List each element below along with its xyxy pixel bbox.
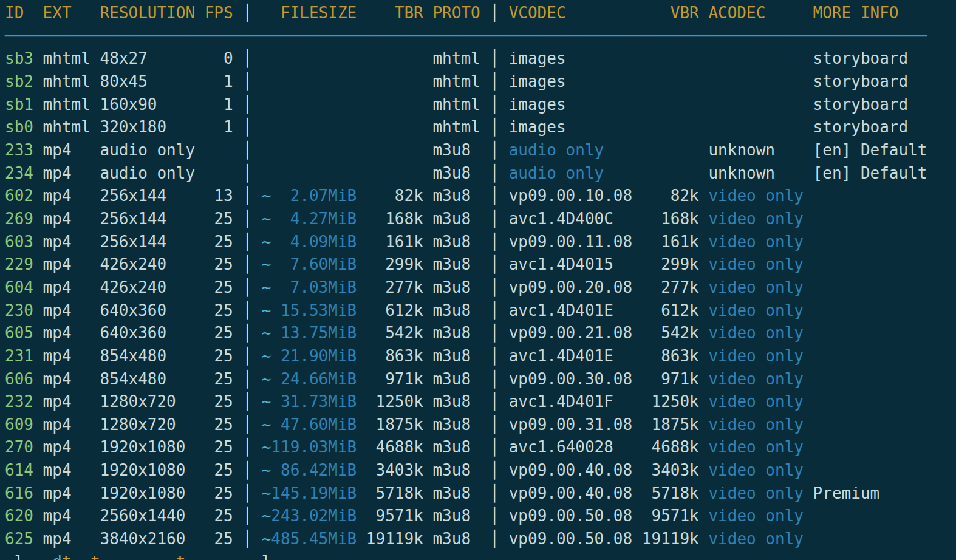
cell-more-info	[804, 415, 813, 434]
column-separator: │	[233, 507, 262, 525]
cell-filesize: 15.53MiB	[271, 301, 357, 319]
approx-tilde: ~	[262, 415, 271, 434]
column-separator: │	[480, 95, 509, 114]
approx-tilde: ~	[262, 186, 271, 205]
cell-acodec: video only	[708, 324, 804, 342]
cell-filesize: 243.02MiB	[271, 507, 357, 525]
column-separator: │	[233, 392, 262, 411]
cell-acodec: video only	[708, 392, 804, 411]
table-row: 232 mp4 1280x720 25 │ ~ 31.73MiB 1250k m…	[5, 391, 956, 414]
table-row: 269 mp4 256x144 25 │ ~ 4.27MiB 168k m3u8…	[5, 208, 956, 231]
approx-tilde: ~	[262, 324, 271, 342]
separator-rule: ────────────────────────────────────────…	[5, 27, 927, 45]
cell-filesize-empty	[262, 118, 357, 136]
clipped-glyphs: l	[262, 553, 271, 560]
cell-tbr-proto: 82k m3u8	[357, 186, 480, 205]
cell-more-info: storyboard	[804, 95, 908, 114]
cell-more-info: [en] Default	[804, 141, 927, 159]
cell-filesize: 86.42MiB	[271, 461, 357, 479]
cell-filesize: 485.45MiB	[271, 530, 357, 548]
approx-tilde: ~	[262, 507, 271, 525]
cell-acodec: video only	[708, 461, 804, 479]
cell-vbr	[632, 95, 708, 114]
cell-tbr-proto: 3403k m3u8	[357, 461, 480, 479]
approx-tilde: ~	[262, 392, 271, 411]
cell-acodec: unknown	[708, 164, 804, 182]
cell-acodec: video only	[708, 370, 804, 388]
column-separator: │	[233, 301, 262, 319]
cell-format-id: sb1	[5, 95, 33, 114]
column-separator: │	[233, 186, 262, 205]
cell-tbr-proto: 299k m3u8	[357, 255, 480, 273]
column-separator: │	[480, 210, 509, 228]
cell-vbr: 4688k	[632, 438, 708, 456]
cell-format-id: 625	[5, 530, 33, 548]
column-separator: │	[480, 141, 509, 159]
cell-vcodec: audio only	[509, 141, 633, 159]
cell-filesize: 7.60MiB	[271, 255, 357, 273]
cell-tbr-proto: 971k m3u8	[357, 370, 480, 388]
cell-more-info	[804, 392, 813, 411]
column-separator: │	[233, 484, 262, 502]
cell-vcodec: avc1.640028	[509, 438, 633, 456]
cell-ext-resolution-fps: mhtml 80x45 1	[33, 72, 233, 90]
approx-tilde: ~	[262, 461, 271, 479]
cell-vcodec: vp09.00.21.08	[509, 324, 633, 342]
clipped-glyphs	[72, 553, 90, 560]
column-separator: │	[480, 347, 509, 365]
cell-tbr-proto: mhtml	[357, 72, 480, 90]
cell-acodec	[708, 95, 804, 114]
cell-vbr: 161k	[632, 233, 708, 251]
cell-filesize: 4.27MiB	[271, 210, 357, 228]
cell-ext-resolution-fps: mp4 426x240 25	[33, 278, 233, 296]
table-row: 602 mp4 256x144 13 │ ~ 2.07MiB 82k m3u8 …	[5, 185, 956, 208]
cell-acodec: video only	[708, 347, 804, 365]
cell-vbr: 1250k	[632, 392, 708, 411]
cell-vcodec: avc1.4D401F	[509, 392, 633, 411]
column-separator: │	[233, 461, 262, 479]
cell-acodec: video only	[708, 233, 804, 251]
approx-tilde: ~	[262, 210, 271, 228]
cell-format-id: 604	[5, 278, 33, 296]
cell-ext-resolution-fps: mp4 256x144 25	[33, 233, 233, 251]
cell-vcodec: avc1.4D400C	[509, 210, 633, 228]
column-separator: │	[233, 324, 262, 342]
cell-acodec	[708, 72, 804, 90]
cell-tbr-proto: 168k m3u8	[357, 210, 480, 228]
cell-tbr-proto: mhtml	[357, 49, 480, 67]
cell-vcodec: audio only	[509, 164, 633, 182]
cell-tbr-proto: 1875k m3u8	[357, 415, 480, 434]
column-separator: │	[480, 324, 509, 342]
cell-acodec: video only	[708, 210, 804, 228]
cell-acodec: video only	[708, 301, 804, 319]
cell-ext-resolution-fps: mp4 audio only	[33, 141, 233, 159]
column-separator: │	[480, 530, 509, 548]
cell-tbr-proto: 1250k m3u8	[357, 392, 480, 411]
approx-tilde: ~	[262, 278, 271, 296]
cell-acodec	[708, 49, 804, 67]
approx-tilde: ~	[262, 301, 271, 319]
cell-more-info: storyboard	[804, 118, 908, 136]
table-row: 605 mp4 640x360 25 │ ~ 13.75MiB 542k m3u…	[5, 322, 956, 345]
cell-format-id: 233	[5, 141, 33, 159]
cell-acodec	[708, 118, 804, 136]
cell-vcodec: avc1.4D401E	[509, 347, 633, 365]
cell-ext-resolution-fps: mp4 1280x720 25	[33, 392, 233, 411]
column-separator: │	[233, 164, 262, 182]
cell-more-info	[804, 255, 813, 273]
cell-vcodec: vp09.00.40.08	[509, 461, 633, 479]
cell-filesize: 24.66MiB	[271, 370, 357, 388]
cell-format-id: 269	[5, 210, 33, 228]
cell-acodec: video only	[708, 415, 804, 434]
cell-format-id: 229	[5, 255, 33, 273]
cell-ext-resolution-fps: mp4 854x480 25	[33, 347, 233, 365]
cell-vbr: 168k	[632, 210, 708, 228]
cell-more-info	[804, 233, 813, 251]
cell-vbr	[632, 49, 708, 67]
terminal-window[interactable]: ID EXT RESOLUTION FPS │ FILESIZE TBR PRO…	[0, 0, 956, 560]
cell-format-id: sb3	[5, 49, 33, 67]
column-separator: │	[480, 484, 509, 502]
column-separator: │	[233, 278, 262, 296]
cell-ext-resolution-fps: mp4 1920x1080 25	[33, 438, 233, 456]
cell-filesize: 13.75MiB	[271, 324, 357, 342]
